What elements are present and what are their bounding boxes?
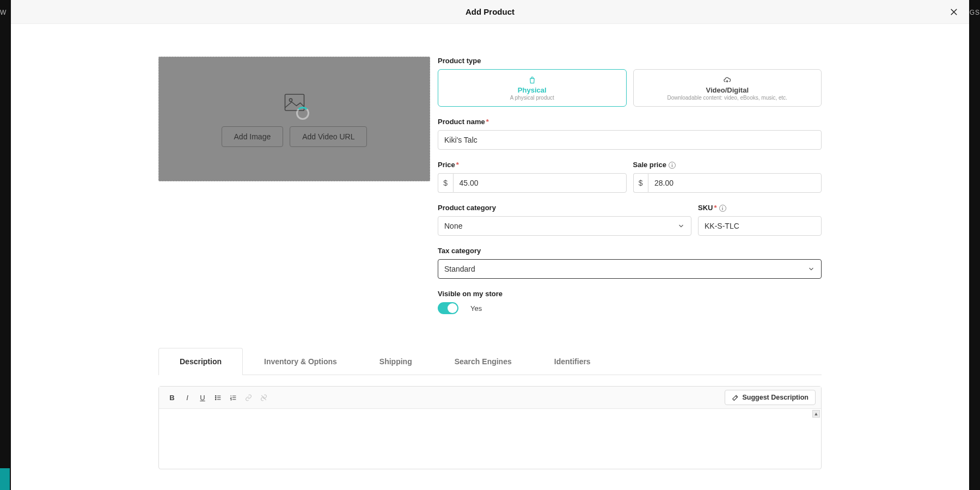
add-video-url-button[interactable]: Add Video URL: [290, 126, 367, 147]
editor-textarea[interactable]: ▲: [159, 409, 821, 469]
loading-spinner-icon: [296, 107, 309, 120]
sku-input[interactable]: [698, 216, 822, 236]
product-name-label: Product name*: [438, 118, 822, 126]
bullet-list-button[interactable]: [210, 390, 225, 405]
type-subtitle: Downloadable content: video, eBooks, mus…: [640, 95, 815, 101]
svg-point-4: [215, 399, 216, 400]
tax-category-value[interactable]: [438, 259, 822, 279]
info-icon[interactable]: i: [669, 162, 676, 169]
bg-text-right: GS: [970, 9, 980, 16]
type-title: Video/Digital: [640, 86, 815, 94]
tab-description[interactable]: Description: [158, 348, 243, 375]
add-product-modal: Add Product Add Image Add Video URL: [11, 0, 969, 490]
tab-inventory[interactable]: Inventory & Options: [243, 348, 358, 375]
svg-point-2: [215, 395, 216, 396]
currency-symbol: $: [438, 173, 453, 193]
numbered-list-button[interactable]: [225, 390, 241, 405]
sku-label: SKU*i: [698, 204, 822, 212]
bg-accent-strip: [0, 468, 10, 490]
type-subtitle: A physical product: [445, 95, 620, 101]
scroll-up-icon[interactable]: ▲: [812, 410, 820, 418]
type-title: Physical: [445, 86, 620, 94]
close-icon: [949, 7, 959, 17]
detail-tabs: Description Inventory & Options Shipping…: [158, 348, 822, 375]
italic-button[interactable]: I: [180, 390, 195, 405]
price-input[interactable]: [453, 173, 627, 193]
bold-button[interactable]: B: [164, 390, 180, 405]
editor-toolbar: B I U: [159, 387, 821, 409]
tab-search-engines[interactable]: Search Engines: [433, 348, 533, 375]
close-button[interactable]: [947, 5, 960, 19]
image-drop-zone[interactable]: Add Image Add Video URL: [158, 57, 430, 181]
tab-identifiers[interactable]: Identifiers: [533, 348, 612, 375]
product-type-digital[interactable]: Video/Digital Downloadable content: vide…: [633, 69, 822, 107]
product-type-label: Product type: [438, 57, 822, 65]
bag-icon: [445, 75, 620, 85]
modal-body: Add Image Add Video URL Product type: [11, 24, 969, 490]
product-name-input[interactable]: [438, 130, 822, 150]
tax-category-label: Tax category: [438, 247, 822, 255]
visible-toggle[interactable]: [438, 302, 458, 314]
sale-price-input[interactable]: [648, 173, 822, 193]
link-button[interactable]: [241, 390, 256, 405]
cloud-download-icon: [640, 75, 815, 85]
unlink-button[interactable]: [256, 390, 271, 405]
category-value[interactable]: [438, 216, 691, 236]
category-select[interactable]: [438, 216, 691, 236]
visible-value: Yes: [470, 304, 482, 313]
bg-text-left: W: [0, 9, 6, 16]
product-type-physical[interactable]: Physical A physical product: [438, 69, 627, 107]
suggest-description-button[interactable]: Suggest Description: [725, 390, 816, 405]
description-editor: B I U: [158, 386, 822, 469]
image-placeholder-icon: [283, 91, 306, 114]
price-label: Price*: [438, 161, 627, 169]
info-icon[interactable]: i: [719, 205, 726, 212]
tax-category-select[interactable]: [438, 259, 822, 279]
category-label: Product category: [438, 204, 691, 212]
currency-symbol: $: [633, 173, 648, 193]
visible-label: Visible on my store: [438, 290, 822, 298]
modal-header: Add Product: [11, 0, 969, 24]
svg-point-1: [289, 99, 292, 101]
underline-button[interactable]: U: [195, 390, 210, 405]
add-image-button[interactable]: Add Image: [222, 126, 284, 147]
sale-price-label: Sale pricei: [633, 161, 822, 169]
tab-shipping[interactable]: Shipping: [358, 348, 433, 375]
magic-wand-icon: [732, 394, 739, 401]
modal-title: Add Product: [465, 7, 514, 16]
svg-point-3: [215, 397, 216, 398]
